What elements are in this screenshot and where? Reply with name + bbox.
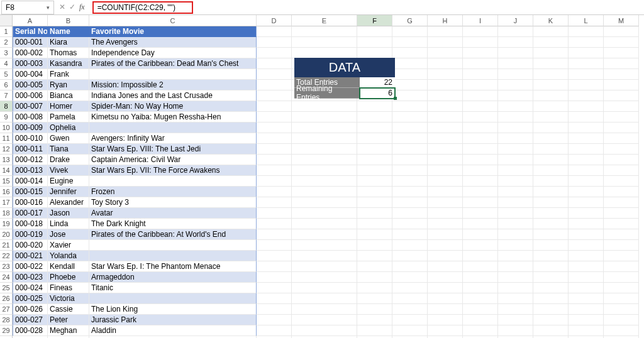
- cell-E9[interactable]: [292, 112, 357, 123]
- cell-M3[interactable]: [604, 48, 639, 58]
- row-header-1[interactable]: 1: [0, 26, 13, 37]
- cell-K14[interactable]: [533, 165, 569, 176]
- cell-K9[interactable]: [533, 112, 569, 123]
- cell-I23[interactable]: [463, 261, 498, 272]
- cell-K28[interactable]: [533, 315, 569, 325]
- cell-F18[interactable]: [357, 208, 392, 219]
- cell-A25[interactable]: 000-024: [13, 283, 48, 293]
- cell-H13[interactable]: [428, 155, 463, 165]
- cell-K3[interactable]: [533, 48, 569, 58]
- cell-G7[interactable]: [392, 90, 428, 101]
- cell-A15[interactable]: 000-014: [13, 176, 48, 187]
- cell-B4[interactable]: Kasandra: [48, 58, 89, 69]
- cell-D4[interactable]: [257, 58, 292, 69]
- cell-L5[interactable]: [569, 69, 604, 80]
- cell-E22[interactable]: [292, 251, 357, 261]
- cell-A2[interactable]: 000-001: [13, 37, 48, 48]
- cell-L8[interactable]: [569, 101, 604, 112]
- cell-C16[interactable]: Frozen: [89, 187, 257, 197]
- cell-J15[interactable]: [498, 176, 533, 187]
- cell-C19[interactable]: The Dark Knight: [89, 219, 257, 229]
- cell-B1[interactable]: Name: [48, 26, 89, 37]
- cell-J20[interactable]: [498, 229, 533, 240]
- row-header-17[interactable]: 17: [0, 197, 13, 208]
- row-header-4[interactable]: 4: [0, 58, 13, 69]
- cell-B14[interactable]: Vivek: [48, 165, 89, 176]
- cell-M26[interactable]: [604, 293, 639, 304]
- cell-J1[interactable]: [498, 26, 533, 37]
- column-header-F[interactable]: F: [357, 15, 392, 26]
- cell-A14[interactable]: 000-013: [13, 165, 48, 176]
- cell-E8[interactable]: [292, 101, 357, 112]
- cell-L29[interactable]: [569, 325, 604, 336]
- cell-D16[interactable]: [257, 187, 292, 197]
- cell-M25[interactable]: [604, 283, 639, 293]
- cell-H7[interactable]: [428, 90, 463, 101]
- row-header-20[interactable]: 20: [0, 229, 13, 240]
- cell-A11[interactable]: 000-010: [13, 133, 48, 144]
- cell-K1[interactable]: [533, 26, 569, 37]
- cell-J17[interactable]: [498, 197, 533, 208]
- column-header-D[interactable]: D: [257, 15, 292, 26]
- cell-B3[interactable]: Thomas: [48, 48, 89, 58]
- cell-H2[interactable]: [428, 37, 463, 48]
- cell-G18[interactable]: [392, 208, 428, 219]
- cell-J18[interactable]: [498, 208, 533, 219]
- cell-E21[interactable]: [292, 240, 357, 251]
- cell-D23[interactable]: [257, 261, 292, 272]
- cell-I13[interactable]: [463, 155, 498, 165]
- cell-J29[interactable]: [498, 325, 533, 336]
- cell-J13[interactable]: [498, 155, 533, 165]
- row-header-5[interactable]: 5: [0, 69, 13, 80]
- cell-C13[interactable]: Captain America: Civil War: [89, 155, 257, 165]
- cell-L24[interactable]: [569, 272, 604, 283]
- cell-K17[interactable]: [533, 197, 569, 208]
- cell-L16[interactable]: [569, 187, 604, 197]
- cell-C15[interactable]: [89, 176, 257, 187]
- cell-F28[interactable]: [357, 315, 392, 325]
- cell-G2[interactable]: [392, 37, 428, 48]
- cell-B15[interactable]: Eugine: [48, 176, 89, 187]
- cell-G26[interactable]: [392, 293, 428, 304]
- cell-M4[interactable]: [604, 58, 639, 69]
- cell-D18[interactable]: [257, 208, 292, 219]
- cell-A22[interactable]: 000-021: [13, 251, 48, 261]
- cell-D19[interactable]: [257, 219, 292, 229]
- cell-G13[interactable]: [392, 155, 428, 165]
- cell-B8[interactable]: Homer: [48, 101, 89, 112]
- cell-H16[interactable]: [428, 187, 463, 197]
- cell-M18[interactable]: [604, 208, 639, 219]
- cell-C25[interactable]: Titanic: [89, 283, 257, 293]
- cell-F17[interactable]: [357, 197, 392, 208]
- cell-B2[interactable]: Kiara: [48, 37, 89, 48]
- cell-B24[interactable]: Phoebe: [48, 272, 89, 283]
- cell-J27[interactable]: [498, 304, 533, 315]
- cell-J3[interactable]: [498, 48, 533, 58]
- cell-A19[interactable]: 000-018: [13, 219, 48, 229]
- cell-A28[interactable]: 000-027: [13, 315, 48, 325]
- cell-I6[interactable]: [463, 80, 498, 90]
- cell-C12[interactable]: Star Wars Ep. VIII: The Last Jedi: [89, 144, 257, 155]
- cell-C27[interactable]: The Lion King: [89, 304, 257, 315]
- row-header-16[interactable]: 16: [0, 187, 13, 197]
- cell-H18[interactable]: [428, 208, 463, 219]
- cell-K20[interactable]: [533, 229, 569, 240]
- cell-C7[interactable]: Indiana Jones and the Last Crusade: [89, 90, 257, 101]
- cell-I7[interactable]: [463, 90, 498, 101]
- cell-G20[interactable]: [392, 229, 428, 240]
- cell-M27[interactable]: [604, 304, 639, 315]
- cell-G10[interactable]: [392, 123, 428, 133]
- cell-G8[interactable]: [392, 101, 428, 112]
- cell-M22[interactable]: [604, 251, 639, 261]
- cell-L14[interactable]: [569, 165, 604, 176]
- cell-F22[interactable]: [357, 251, 392, 261]
- cell-D10[interactable]: [257, 123, 292, 133]
- cell-L1[interactable]: [569, 26, 604, 37]
- row-header-2[interactable]: 2: [0, 37, 13, 48]
- cell-K6[interactable]: [533, 80, 569, 90]
- column-header-M[interactable]: M: [604, 15, 639, 26]
- dropdown-icon[interactable]: ▾: [47, 4, 50, 11]
- cell-M6[interactable]: [604, 80, 639, 90]
- cell-H12[interactable]: [428, 144, 463, 155]
- cell-D17[interactable]: [257, 197, 292, 208]
